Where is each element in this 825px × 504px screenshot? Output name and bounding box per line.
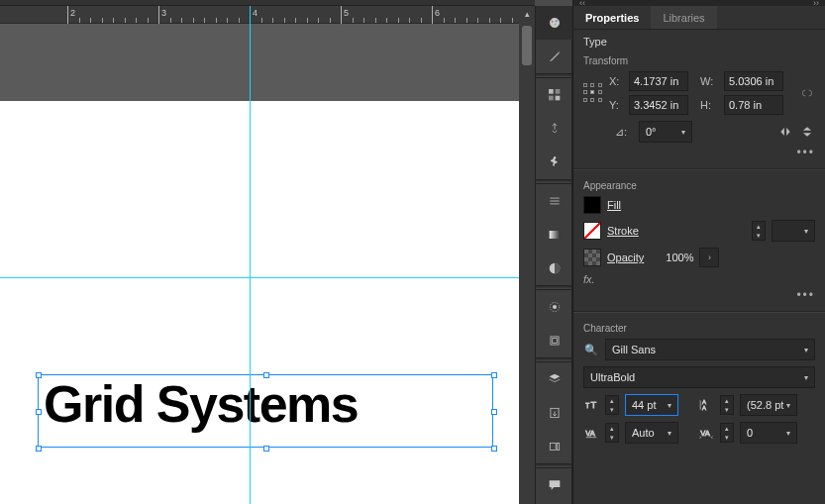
color-panel-icon[interactable] [536, 6, 573, 40]
opacity-popup-button[interactable]: › [699, 248, 719, 267]
artboards-panel-icon[interactable] [536, 430, 573, 463]
fill-swatch[interactable] [583, 196, 601, 214]
font-size-stepper[interactable]: ▴▾ [605, 395, 619, 415]
guide-horizontal[interactable] [0, 277, 535, 278]
selection-type-label: Type [573, 30, 825, 51]
rotate-angle-select[interactable]: 0°▾ [639, 121, 692, 143]
x-label: X: [609, 75, 623, 87]
fill-label[interactable]: Fill [607, 199, 621, 211]
stroke-weight-select[interactable]: ▾ [772, 220, 815, 242]
kerning-icon: VA [583, 425, 599, 441]
stroke-panel-icon[interactable] [536, 184, 573, 218]
kerning-select[interactable]: Auto▾ [625, 422, 678, 444]
svg-point-1 [552, 21, 554, 23]
svg-point-14 [553, 305, 557, 309]
w-input[interactable] [724, 71, 783, 91]
panel-collapse-left-icon[interactable]: ‹‹ [579, 0, 585, 8]
font-search-icon[interactable]: 🔍 [583, 342, 599, 357]
svg-rect-7 [556, 96, 561, 101]
reference-point-selector[interactable] [583, 83, 603, 103]
leading-icon: AA [698, 397, 714, 413]
selection-handle[interactable] [491, 446, 497, 452]
horizontal-ruler[interactable]: 23456 [0, 6, 535, 24]
ruler-tick: 5 [341, 6, 342, 24]
panel-collapse-right-icon[interactable]: ›› [813, 0, 819, 8]
svg-rect-19 [557, 444, 559, 451]
fx-label[interactable]: fx. [583, 273, 595, 285]
svg-rect-16 [553, 339, 558, 344]
svg-text:A: A [702, 405, 706, 411]
tab-libraries[interactable]: Libraries [651, 6, 716, 29]
svg-text:A: A [702, 399, 706, 405]
svg-text:VA: VA [700, 429, 710, 438]
svg-text:VA: VA [585, 429, 595, 438]
leading-input[interactable]: (52.8 pt▾ [740, 394, 797, 416]
guide-vertical[interactable] [250, 6, 251, 504]
appearance-panel-icon[interactable] [536, 290, 573, 324]
w-label: W: [700, 75, 714, 87]
transparency-panel-icon[interactable] [536, 252, 573, 285]
svg-text:T: T [590, 400, 596, 410]
selection-handle[interactable] [36, 372, 42, 378]
transform-more-options[interactable]: ••• [796, 146, 815, 159]
scroll-up-arrow[interactable]: ▴ [519, 6, 535, 22]
selection-handle[interactable] [263, 446, 269, 452]
stroke-weight-stepper[interactable]: ▴▾ [752, 221, 766, 241]
ruler-tick: 3 [158, 6, 159, 24]
character-section-title: Character [573, 319, 825, 336]
opacity-label[interactable]: Opacity [607, 252, 644, 263]
svg-rect-5 [556, 89, 561, 94]
opacity-swatch [583, 249, 601, 266]
opacity-value: 100% [666, 252, 693, 263]
font-family-select[interactable]: Gill Sans▾ [605, 339, 815, 360]
graphic-styles-panel-icon[interactable] [536, 324, 573, 357]
y-input[interactable] [629, 95, 688, 115]
selection-handle[interactable] [36, 409, 42, 415]
leading-stepper[interactable]: ▴▾ [720, 395, 734, 415]
tab-properties[interactable]: Properties [573, 6, 651, 29]
kerning-stepper[interactable]: ▴▾ [605, 423, 619, 443]
font-style-select[interactable]: UltraBold▾ [583, 366, 815, 388]
stroke-swatch[interactable] [583, 222, 601, 240]
svg-rect-18 [550, 444, 556, 451]
transform-section-title: Transform [573, 51, 825, 68]
link-wh-icon[interactable] [799, 85, 815, 101]
selection-handle[interactable] [491, 372, 497, 378]
svg-text:T: T [585, 402, 589, 409]
tracking-input[interactable]: 0▾ [740, 422, 797, 444]
selection-handle[interactable] [36, 446, 42, 452]
selection-box[interactable] [38, 374, 493, 448]
flip-horizontal-icon[interactable] [777, 124, 793, 140]
scroll-thumb[interactable] [522, 26, 532, 65]
layers-panel-icon[interactable] [536, 362, 573, 396]
ruler-tick: 2 [67, 6, 68, 24]
tracking-stepper[interactable]: ▴▾ [720, 423, 734, 443]
swatches-panel-icon[interactable] [536, 78, 573, 112]
appearance-section-title: Appearance [573, 176, 825, 193]
svg-rect-6 [549, 96, 554, 101]
color-guide-icon[interactable] [536, 40, 573, 73]
h-input[interactable] [724, 95, 783, 115]
h-label: H: [700, 99, 714, 111]
font-size-input[interactable]: 44 pt▾ [625, 394, 678, 416]
selection-handle[interactable] [491, 409, 497, 415]
y-label: Y: [609, 99, 623, 111]
ruler-tick: 6 [432, 6, 433, 24]
svg-point-2 [556, 20, 558, 22]
brushes-panel-icon[interactable] [536, 112, 573, 146]
vertical-scrollbar[interactable]: ▴ [519, 6, 535, 504]
appearance-more-options[interactable]: ••• [796, 288, 815, 302]
x-input[interactable] [629, 71, 688, 91]
artboard[interactable]: Grid Systems [0, 101, 535, 504]
flip-vertical-icon[interactable] [799, 124, 815, 140]
stroke-label[interactable]: Stroke [607, 225, 639, 237]
symbols-panel-icon[interactable] [536, 146, 573, 179]
svg-rect-11 [550, 231, 561, 239]
asset-export-panel-icon[interactable] [536, 396, 573, 430]
gradient-panel-icon[interactable] [536, 218, 573, 252]
panel-tabs: Properties Libraries [573, 6, 825, 30]
selection-handle[interactable] [263, 372, 269, 378]
comments-panel-icon[interactable] [536, 468, 573, 502]
angle-label: ⊿: [615, 126, 633, 139]
panel-dock [535, 6, 572, 504]
